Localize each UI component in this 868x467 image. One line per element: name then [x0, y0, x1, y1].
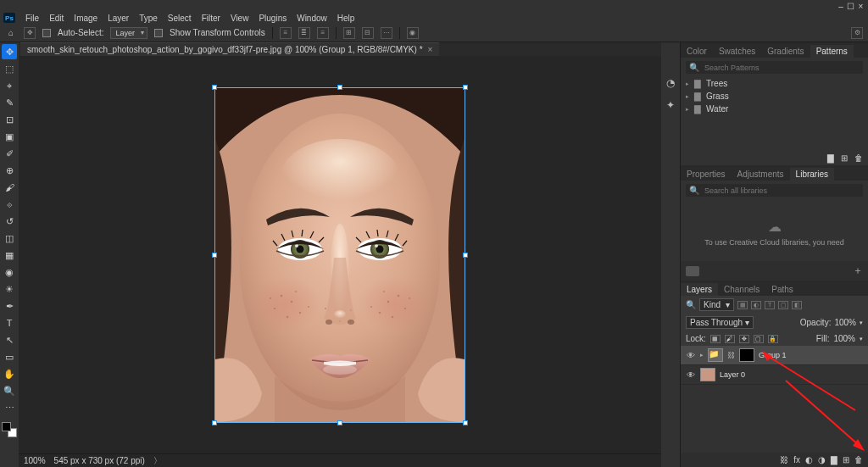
eyedropper-tool[interactable]: ✐ — [2, 146, 17, 161]
marquee-tool[interactable]: ⬚ — [2, 61, 17, 76]
move-tool[interactable]: ✥ — [2, 44, 17, 59]
eraser-tool[interactable]: ◫ — [2, 231, 17, 246]
status-chevron-icon[interactable]: 〉 — [153, 455, 162, 467]
new-group-icon[interactable]: ▇ — [831, 455, 837, 464]
pen-tool[interactable]: ✒ — [2, 298, 17, 314]
link-layers-icon[interactable]: ⛓ — [780, 455, 788, 464]
chevron-right-icon[interactable]: ▸ — [700, 352, 704, 359]
menu-plugins[interactable]: Plugins — [259, 14, 287, 23]
delete-icon[interactable]: 🗑 — [854, 153, 863, 163]
mask-icon[interactable]: ◐ — [805, 455, 813, 464]
transform-handle-mr[interactable] — [463, 253, 468, 258]
lock-transparency-icon[interactable]: ▦ — [710, 335, 721, 343]
crop-tool[interactable]: ⊡ — [2, 112, 17, 127]
tab-layers[interactable]: Layers — [681, 283, 718, 296]
3d-mode-icon[interactable]: ◉ — [407, 27, 419, 39]
lock-position-icon[interactable]: ✥ — [739, 335, 749, 343]
menu-layer[interactable]: Layer — [108, 14, 129, 23]
menu-window[interactable]: Window — [297, 14, 327, 23]
hand-tool[interactable]: ✋ — [2, 366, 17, 381]
path-select-tool[interactable]: ↖ — [2, 332, 17, 347]
frame-tool[interactable]: ▣ — [2, 129, 17, 144]
fx-icon[interactable]: fx — [793, 455, 800, 464]
tab-swatches[interactable]: Swatches — [713, 45, 761, 58]
filter-adjust-icon[interactable]: ◐ — [751, 301, 761, 309]
tab-paths[interactable]: Paths — [765, 283, 799, 296]
filter-kind-dropdown[interactable]: Kind▾ — [699, 298, 734, 311]
zoom-level[interactable]: 100% — [24, 456, 46, 465]
home-icon[interactable]: ⌂ — [5, 27, 17, 39]
distribute2-icon[interactable]: ⊟ — [362, 27, 374, 39]
tab-patterns[interactable]: Patterns — [810, 45, 854, 58]
transform-handle-tm[interactable] — [337, 85, 342, 90]
visibility-toggle-icon[interactable]: 👁 — [686, 370, 696, 380]
close-button[interactable]: × — [857, 2, 865, 11]
minimize-button[interactable]: – — [837, 2, 844, 11]
filter-pixel-icon[interactable]: ▦ — [737, 301, 748, 309]
search-libraries-input[interactable] — [704, 186, 860, 195]
align-right-icon[interactable]: ≡ — [317, 27, 329, 39]
filter-smart-icon[interactable]: ◧ — [792, 301, 802, 309]
brush-panel-icon[interactable]: ✦ — [664, 98, 677, 112]
document-tab[interactable]: smooth_skin_retouch_photoshop_action_by_… — [20, 42, 439, 56]
pattern-folder-water[interactable]: ▸ ▇ Water — [686, 103, 863, 115]
transform-handle-tr[interactable] — [463, 85, 468, 90]
filter-shape-icon[interactable]: ▢ — [778, 301, 788, 309]
auto-select-checkbox[interactable] — [42, 29, 51, 37]
menu-help[interactable]: Help — [337, 14, 355, 23]
close-tab-icon[interactable]: × — [428, 45, 433, 54]
tab-adjustments[interactable]: Adjustments — [732, 168, 790, 181]
gradient-tool[interactable]: ▦ — [2, 247, 17, 263]
transform-handle-bm[interactable] — [337, 420, 342, 425]
history-panel-icon[interactable]: ◔ — [664, 76, 677, 90]
transform-handle-bl[interactable] — [212, 420, 217, 425]
foreground-color[interactable] — [2, 422, 11, 431]
lock-artboard-icon[interactable]: ▢ — [754, 335, 764, 343]
share-icon[interactable]: ⚙ — [851, 27, 863, 39]
brush-tool[interactable]: 🖌 — [2, 180, 17, 195]
healing-tool[interactable]: ⊕ — [2, 163, 17, 178]
visibility-toggle-icon[interactable]: 👁 — [686, 351, 696, 360]
menu-select[interactable]: Select — [168, 14, 192, 23]
new-folder-icon[interactable]: ▇ — [827, 153, 834, 163]
align-center-icon[interactable]: ≣ — [298, 27, 310, 39]
transform-handle-tl[interactable] — [212, 85, 217, 90]
menu-filter[interactable]: Filter — [202, 14, 220, 23]
maximize-button[interactable]: ☐ — [847, 2, 854, 11]
layer-name[interactable]: Group 1 — [759, 351, 787, 359]
shape-tool[interactable]: ▭ — [2, 349, 17, 364]
transform-handle-ml[interactable] — [212, 253, 217, 258]
type-tool[interactable]: T — [2, 315, 17, 331]
tab-channels[interactable]: Channels — [718, 283, 765, 296]
lasso-tool[interactable]: ⌖ — [2, 78, 17, 93]
distribute-icon[interactable]: ⊞ — [343, 27, 355, 39]
mask-thumb[interactable] — [739, 348, 754, 362]
new-layer-icon[interactable]: ⊞ — [843, 455, 849, 464]
canvas[interactable] — [19, 56, 661, 453]
stamp-tool[interactable]: ⟐ — [2, 197, 17, 212]
dodge-tool[interactable]: ☀ — [2, 281, 17, 297]
add-library-icon[interactable]: ＋ — [853, 264, 863, 278]
layer-name[interactable]: Layer 0 — [720, 370, 745, 379]
adjustment-icon[interactable]: ◑ — [818, 455, 826, 464]
menu-file[interactable]: File — [25, 14, 39, 23]
blend-mode-dropdown[interactable]: Pass Through ▾ — [686, 316, 754, 329]
opacity-value[interactable]: 100% — [834, 318, 856, 327]
tab-libraries[interactable]: Libraries — [790, 168, 834, 181]
more-icon[interactable]: ⋯ — [381, 27, 392, 39]
mask-link-icon[interactable]: ⛓ — [727, 351, 735, 359]
tab-gradients[interactable]: Gradients — [761, 45, 810, 58]
menu-view[interactable]: View — [231, 14, 249, 23]
lock-image-icon[interactable]: 🖌 — [725, 335, 735, 343]
tab-properties[interactable]: Properties — [681, 168, 732, 181]
pattern-folder-trees[interactable]: ▸ ▇ Trees — [686, 77, 863, 90]
new-pattern-icon[interactable]: ⊞ — [841, 153, 848, 163]
pattern-folder-grass[interactable]: ▸ ▇ Grass — [686, 90, 863, 103]
history-brush-tool[interactable]: ↺ — [2, 214, 17, 229]
delete-layer-icon[interactable]: 🗑 — [854, 455, 863, 464]
fill-value[interactable]: 100% — [833, 334, 855, 343]
layer-item-group1[interactable]: 👁 ▸ 📁 ⛓ Group 1 — [681, 346, 868, 365]
filter-type-icon[interactable]: T — [765, 301, 775, 309]
menu-type[interactable]: Type — [139, 14, 158, 23]
lock-all-icon[interactable]: 🔒 — [768, 335, 778, 343]
